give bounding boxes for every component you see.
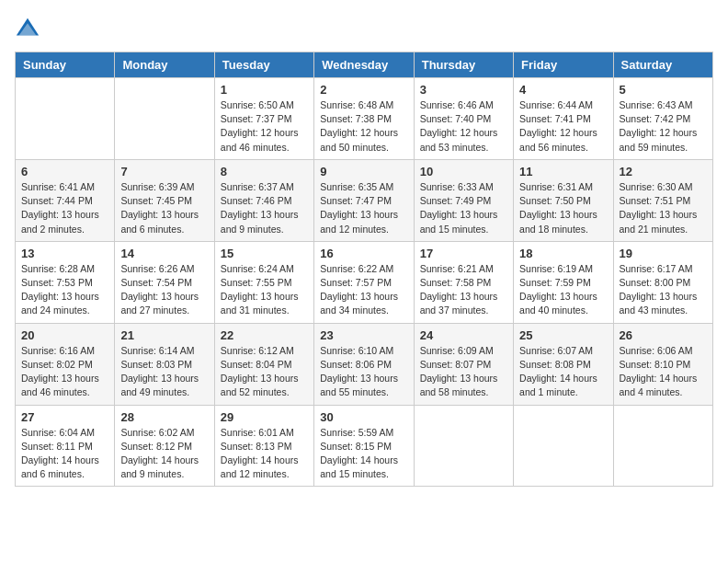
day-cell: 26Sunrise: 6:06 AM Sunset: 8:10 PM Dayli… (613, 323, 712, 405)
week-row-1: 1Sunrise: 6:50 AM Sunset: 7:37 PM Daylig… (16, 78, 713, 160)
day-cell: 17Sunrise: 6:21 AM Sunset: 7:58 PM Dayli… (414, 241, 513, 323)
day-detail: Sunrise: 6:44 AM Sunset: 7:41 PM Dayligh… (519, 98, 607, 155)
day-detail: Sunrise: 6:50 AM Sunset: 7:37 PM Dayligh… (221, 98, 308, 155)
week-row-2: 6Sunrise: 6:41 AM Sunset: 7:44 PM Daylig… (16, 159, 713, 241)
day-cell: 21Sunrise: 6:14 AM Sunset: 8:03 PM Dayli… (115, 323, 214, 405)
day-detail: Sunrise: 6:37 AM Sunset: 7:46 PM Dayligh… (221, 180, 308, 236)
col-header-friday: Friday (514, 52, 613, 78)
day-cell: 22Sunrise: 6:12 AM Sunset: 8:04 PM Dayli… (214, 323, 313, 405)
day-cell: 27Sunrise: 6:04 AM Sunset: 8:11 PM Dayli… (16, 405, 115, 487)
day-detail: Sunrise: 6:48 AM Sunset: 7:38 PM Dayligh… (320, 98, 407, 155)
day-number: 5 (620, 83, 707, 97)
day-cell: 4Sunrise: 6:44 AM Sunset: 7:41 PM Daylig… (514, 78, 613, 160)
day-number: 1 (221, 83, 308, 97)
col-header-tuesday: Tuesday (214, 52, 313, 78)
day-cell: 15Sunrise: 6:24 AM Sunset: 7:55 PM Dayli… (214, 241, 313, 323)
day-cell: 11Sunrise: 6:31 AM Sunset: 7:50 PM Dayli… (514, 159, 613, 241)
day-cell: 10Sunrise: 6:33 AM Sunset: 7:49 PM Dayli… (414, 159, 513, 241)
day-number: 8 (221, 165, 308, 178)
day-number: 20 (21, 328, 108, 342)
day-number: 28 (120, 410, 208, 424)
day-detail: Sunrise: 6:35 AM Sunset: 7:47 PM Dayligh… (320, 180, 407, 236)
day-number: 19 (620, 247, 707, 260)
day-number: 25 (519, 328, 607, 342)
day-detail: Sunrise: 6:41 AM Sunset: 7:44 PM Dayligh… (21, 180, 108, 236)
day-cell: 24Sunrise: 6:09 AM Sunset: 8:07 PM Dayli… (414, 323, 513, 405)
day-cell: 1Sunrise: 6:50 AM Sunset: 7:37 PM Daylig… (214, 78, 313, 160)
day-cell: 23Sunrise: 6:10 AM Sunset: 8:06 PM Dayli… (314, 323, 414, 405)
day-cell: 3Sunrise: 6:46 AM Sunset: 7:40 PM Daylig… (414, 78, 513, 160)
day-number: 9 (320, 165, 407, 178)
day-cell: 5Sunrise: 6:43 AM Sunset: 7:42 PM Daylig… (613, 78, 712, 160)
day-number: 4 (519, 83, 607, 97)
day-number: 11 (519, 165, 607, 178)
day-cell: 18Sunrise: 6:19 AM Sunset: 7:59 PM Dayli… (514, 241, 613, 323)
day-cell: 16Sunrise: 6:22 AM Sunset: 7:57 PM Dayli… (314, 241, 414, 323)
week-row-4: 20Sunrise: 6:16 AM Sunset: 8:02 PM Dayli… (16, 323, 713, 405)
calendar-header-row: SundayMondayTuesdayWednesdayThursdayFrid… (16, 52, 713, 78)
day-number: 7 (120, 165, 208, 178)
day-detail: Sunrise: 5:59 AM Sunset: 8:15 PM Dayligh… (320, 426, 407, 482)
day-cell: 8Sunrise: 6:37 AM Sunset: 7:46 PM Daylig… (214, 159, 313, 241)
day-detail: Sunrise: 6:07 AM Sunset: 8:08 PM Dayligh… (519, 344, 607, 400)
day-detail: Sunrise: 6:26 AM Sunset: 7:54 PM Dayligh… (120, 262, 208, 318)
day-detail: Sunrise: 6:43 AM Sunset: 7:42 PM Dayligh… (620, 98, 707, 155)
day-cell (16, 78, 115, 160)
day-detail: Sunrise: 6:06 AM Sunset: 8:10 PM Dayligh… (620, 344, 707, 400)
day-cell: 13Sunrise: 6:28 AM Sunset: 7:53 PM Dayli… (16, 241, 115, 323)
day-detail: Sunrise: 6:39 AM Sunset: 7:45 PM Dayligh… (120, 180, 208, 236)
day-cell (613, 405, 712, 487)
day-detail: Sunrise: 6:21 AM Sunset: 7:58 PM Dayligh… (420, 262, 507, 318)
day-cell: 12Sunrise: 6:30 AM Sunset: 7:51 PM Dayli… (613, 159, 712, 241)
day-detail: Sunrise: 6:33 AM Sunset: 7:49 PM Dayligh… (420, 180, 507, 236)
day-number: 21 (120, 328, 208, 342)
day-detail: Sunrise: 6:14 AM Sunset: 8:03 PM Dayligh… (120, 344, 208, 400)
day-cell: 2Sunrise: 6:48 AM Sunset: 7:38 PM Daylig… (314, 78, 414, 160)
day-detail: Sunrise: 6:12 AM Sunset: 8:04 PM Dayligh… (221, 344, 308, 400)
day-number: 17 (420, 247, 507, 260)
day-number: 13 (21, 247, 108, 260)
day-detail: Sunrise: 6:24 AM Sunset: 7:55 PM Dayligh… (221, 262, 308, 318)
day-detail: Sunrise: 6:31 AM Sunset: 7:50 PM Dayligh… (519, 180, 607, 236)
day-number: 23 (320, 328, 407, 342)
day-number: 15 (221, 247, 308, 260)
day-detail: Sunrise: 6:04 AM Sunset: 8:11 PM Dayligh… (21, 426, 108, 482)
day-number: 3 (420, 83, 507, 97)
page-header (15, 15, 713, 40)
col-header-sunday: Sunday (16, 52, 115, 78)
day-detail: Sunrise: 6:46 AM Sunset: 7:40 PM Dayligh… (420, 98, 507, 155)
day-cell: 20Sunrise: 6:16 AM Sunset: 8:02 PM Dayli… (16, 323, 115, 405)
day-number: 22 (221, 328, 308, 342)
day-detail: Sunrise: 6:28 AM Sunset: 7:53 PM Dayligh… (21, 262, 108, 318)
day-cell: 30Sunrise: 5:59 AM Sunset: 8:15 PM Dayli… (314, 405, 414, 487)
day-number: 2 (320, 83, 407, 97)
day-cell (115, 78, 214, 160)
day-number: 18 (519, 247, 607, 260)
day-detail: Sunrise: 6:30 AM Sunset: 7:51 PM Dayligh… (620, 180, 707, 236)
day-cell: 6Sunrise: 6:41 AM Sunset: 7:44 PM Daylig… (16, 159, 115, 241)
day-cell: 14Sunrise: 6:26 AM Sunset: 7:54 PM Dayli… (115, 241, 214, 323)
day-cell: 19Sunrise: 6:17 AM Sunset: 8:00 PM Dayli… (613, 241, 712, 323)
week-row-5: 27Sunrise: 6:04 AM Sunset: 8:11 PM Dayli… (16, 405, 713, 487)
col-header-thursday: Thursday (414, 52, 513, 78)
col-header-saturday: Saturday (613, 52, 712, 78)
col-header-monday: Monday (115, 52, 214, 78)
day-detail: Sunrise: 6:17 AM Sunset: 8:00 PM Dayligh… (620, 262, 707, 318)
logo[interactable] (15, 15, 44, 40)
day-number: 12 (620, 165, 707, 178)
logo-icon (15, 15, 40, 40)
day-detail: Sunrise: 6:16 AM Sunset: 8:02 PM Dayligh… (21, 344, 108, 400)
day-cell: 28Sunrise: 6:02 AM Sunset: 8:12 PM Dayli… (115, 405, 214, 487)
day-number: 10 (420, 165, 507, 178)
day-cell: 9Sunrise: 6:35 AM Sunset: 7:47 PM Daylig… (314, 159, 414, 241)
col-header-wednesday: Wednesday (314, 52, 414, 78)
day-number: 16 (320, 247, 407, 260)
day-number: 24 (420, 328, 507, 342)
day-detail: Sunrise: 6:22 AM Sunset: 7:57 PM Dayligh… (320, 262, 407, 318)
day-cell: 7Sunrise: 6:39 AM Sunset: 7:45 PM Daylig… (115, 159, 214, 241)
day-detail: Sunrise: 6:01 AM Sunset: 8:13 PM Dayligh… (221, 426, 308, 482)
day-number: 26 (620, 328, 707, 342)
day-detail: Sunrise: 6:10 AM Sunset: 8:06 PM Dayligh… (320, 344, 407, 400)
week-row-3: 13Sunrise: 6:28 AM Sunset: 7:53 PM Dayli… (16, 241, 713, 323)
day-number: 29 (221, 410, 308, 424)
